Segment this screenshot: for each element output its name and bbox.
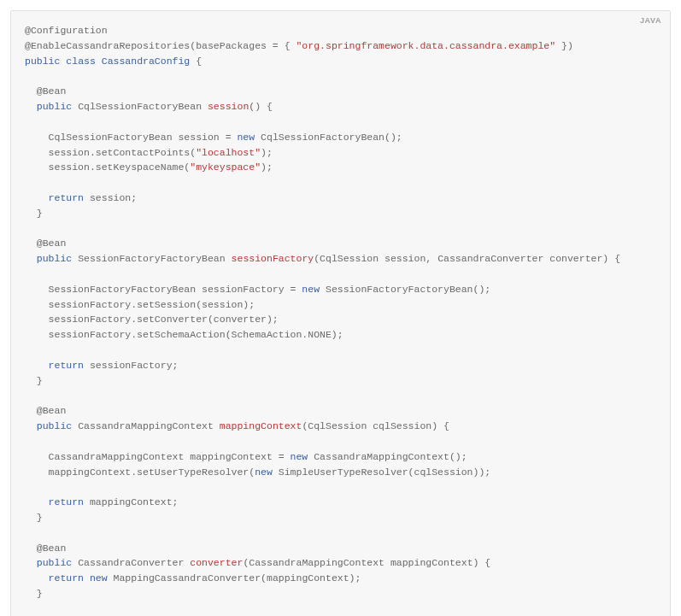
code-token: CqlSessionFactoryBean bbox=[72, 101, 208, 112]
code-token: { bbox=[190, 56, 202, 67]
code-token: "org.springframework.data.cassandra.exam… bbox=[296, 40, 555, 51]
code-token: } bbox=[25, 588, 43, 599]
code-token: sessionFactory.setSession(session); bbox=[25, 299, 255, 310]
code-token: sessionFactory.setSchemaAction(SchemaAct… bbox=[25, 329, 343, 340]
code-token: session.setKeyspaceName( bbox=[25, 161, 190, 173]
code-token: (CqlSession session, CassandraConverter … bbox=[314, 253, 620, 264]
code-token: mappingContext; bbox=[84, 496, 178, 507]
code-token: converter bbox=[190, 557, 243, 568]
code-token: session.setContactPoints( bbox=[25, 147, 196, 158]
code-token: public bbox=[37, 420, 72, 431]
code-token: public bbox=[37, 557, 72, 568]
code-token: SimpleUserTypeResolver(cqlSession)); bbox=[273, 466, 490, 478]
code-token: public bbox=[25, 56, 60, 67]
code-token: session bbox=[208, 101, 249, 112]
code-token: @Bean bbox=[37, 405, 67, 416]
code-token: ); bbox=[261, 161, 273, 173]
code-token: } bbox=[25, 208, 43, 219]
code-token: @Configuration bbox=[25, 25, 108, 36]
code-token bbox=[25, 496, 49, 507]
code-token: (CassandraMappingContext mappingContext)… bbox=[243, 557, 490, 568]
code-token bbox=[84, 572, 90, 584]
code-token: SessionFactoryFactoryBean(); bbox=[320, 284, 490, 295]
code-token: sessionFactory; bbox=[84, 360, 178, 371]
code-token: CqlSessionFactoryBean session = bbox=[25, 132, 237, 143]
code-token bbox=[25, 192, 49, 203]
code-token bbox=[25, 405, 37, 416]
code-token: sessionFactory.setConverter(converter); bbox=[25, 314, 279, 325]
language-label: JAVA bbox=[640, 16, 661, 25]
code-token: (CqlSession cqlSession) { bbox=[302, 420, 449, 431]
code-token: public bbox=[37, 253, 72, 264]
code-token: @Bean bbox=[37, 85, 67, 97]
code-token bbox=[25, 253, 37, 264]
code-token: CassandraMappingContext bbox=[72, 420, 220, 431]
code-token: class bbox=[66, 56, 96, 67]
code-token bbox=[25, 557, 37, 568]
code-token: CassandraMappingContext(); bbox=[308, 451, 467, 462]
code-token bbox=[25, 360, 49, 371]
code-token: return bbox=[49, 192, 84, 203]
code-block: JAVA @Configuration @EnableCassandraRepo… bbox=[10, 10, 671, 616]
code-token: return bbox=[49, 360, 84, 371]
code-content[interactable]: @Configuration @EnableCassandraRepositor… bbox=[25, 23, 656, 616]
code-token: () { bbox=[249, 101, 273, 112]
code-token: CqlSessionFactoryBean(); bbox=[255, 132, 402, 143]
code-token bbox=[25, 420, 37, 431]
code-token: } bbox=[25, 375, 43, 386]
code-token bbox=[25, 572, 49, 584]
code-token: sessionFactory bbox=[232, 253, 314, 264]
code-token: new bbox=[302, 284, 320, 295]
code-token: session; bbox=[84, 192, 137, 203]
code-token: new bbox=[255, 466, 273, 478]
code-token: new bbox=[90, 572, 108, 584]
code-token: }) bbox=[555, 40, 573, 51]
code-token: "localhost" bbox=[196, 147, 261, 158]
code-token: new bbox=[237, 132, 255, 143]
code-token: SessionFactoryFactoryBean bbox=[72, 253, 231, 264]
code-token: return bbox=[49, 496, 84, 507]
code-token: @EnableCassandraRepositories bbox=[25, 40, 190, 51]
code-token: @Bean bbox=[37, 238, 67, 249]
code-token bbox=[25, 101, 37, 112]
code-token: mappingContext.setUserTypeResolver( bbox=[25, 466, 255, 478]
code-token bbox=[25, 85, 37, 97]
code-token: (basePackages = { bbox=[190, 40, 296, 51]
code-token: @Bean bbox=[37, 543, 67, 554]
code-token: CassandraMappingContext mappingContext = bbox=[25, 451, 291, 462]
code-token: } bbox=[25, 512, 43, 523]
code-token bbox=[25, 543, 37, 554]
code-token bbox=[96, 56, 102, 67]
code-token: mappingContext bbox=[220, 420, 302, 431]
code-token: SessionFactoryFactoryBean sessionFactory… bbox=[25, 284, 302, 295]
code-token: MappingCassandraConverter(mappingContext… bbox=[108, 572, 361, 584]
code-token: CassandraConverter bbox=[72, 557, 190, 568]
code-token: public bbox=[37, 101, 72, 112]
code-token bbox=[25, 238, 37, 249]
code-token: ); bbox=[261, 147, 273, 158]
code-token: "mykeyspace" bbox=[190, 161, 261, 173]
code-token: CassandraConfig bbox=[102, 56, 191, 67]
code-token: new bbox=[291, 451, 308, 462]
code-token: return bbox=[49, 572, 84, 584]
